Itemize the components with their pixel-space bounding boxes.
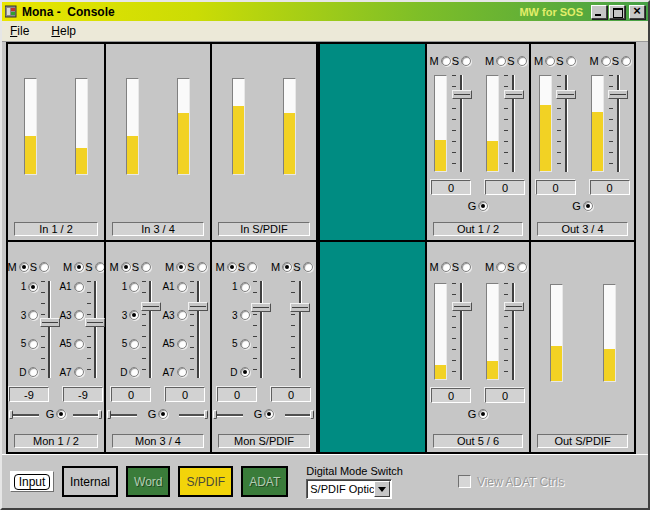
clock-button-internal[interactable]: Internal [62, 466, 118, 497]
clock-button-adat[interactable]: ADAT [241, 466, 288, 497]
mute-radio[interactable] [496, 56, 506, 66]
source-radio[interactable] [240, 310, 250, 320]
source-radio[interactable] [28, 282, 38, 292]
source-radio[interactable] [240, 282, 250, 292]
fader-thumb[interactable] [40, 318, 60, 327]
volume-fader[interactable] [460, 75, 463, 172]
source-radio[interactable] [74, 367, 84, 377]
clock-button-word[interactable]: Word [126, 466, 170, 497]
gang-radio[interactable] [264, 409, 274, 419]
mute-radio[interactable] [282, 262, 292, 272]
volume-fader[interactable] [260, 281, 263, 378]
source-radio[interactable] [74, 339, 84, 349]
solo-radio[interactable] [461, 56, 471, 66]
maximize-button[interactable] [609, 5, 625, 19]
source-radio[interactable] [240, 339, 250, 349]
source-radio[interactable] [129, 310, 139, 320]
mute-radio[interactable] [19, 262, 29, 272]
source-radio[interactable] [177, 310, 187, 320]
mute-radio[interactable] [74, 262, 84, 272]
solo-radio[interactable] [621, 56, 631, 66]
gang-radio[interactable] [158, 409, 168, 419]
solo-radio[interactable] [566, 56, 576, 66]
minimize-button[interactable] [591, 5, 607, 19]
mute-radio[interactable] [176, 262, 186, 272]
fader-thumb[interactable] [556, 90, 576, 99]
solo-radio[interactable] [303, 262, 313, 272]
gang-radio[interactable] [56, 409, 66, 419]
fader-thumb[interactable] [504, 90, 524, 99]
fader-thumb[interactable] [188, 302, 208, 311]
source-radio[interactable] [74, 310, 84, 320]
source-radio[interactable] [28, 310, 38, 320]
close-button[interactable] [629, 5, 645, 19]
fader-thumb[interactable] [141, 302, 161, 311]
solo-radio[interactable] [517, 262, 527, 272]
source-radio[interactable] [240, 367, 250, 377]
digital-mode-dropdown[interactable]: S/PDIF Optical [306, 479, 392, 499]
source-radio[interactable] [129, 282, 139, 292]
fader-thumb[interactable] [290, 303, 310, 312]
fader-thumb[interactable] [85, 318, 105, 327]
fader-thumb[interactable] [251, 303, 271, 312]
volume-fader[interactable] [48, 281, 51, 378]
source-radio[interactable] [177, 282, 187, 292]
volume-fader[interactable] [512, 75, 515, 172]
pan-slider[interactable] [285, 410, 313, 419]
fader-thumb[interactable] [608, 90, 628, 99]
solo-radio[interactable] [461, 262, 471, 272]
volume-fader[interactable] [512, 283, 515, 380]
solo-radio[interactable] [39, 262, 49, 272]
mute-radio[interactable] [441, 56, 451, 66]
gang-radio[interactable] [583, 201, 593, 211]
pan-slider[interactable] [11, 410, 39, 419]
volume-fader[interactable] [149, 281, 152, 378]
clock-button-spdif[interactable]: S/PDIF [178, 466, 233, 497]
source-radio[interactable] [28, 367, 38, 377]
pan-thumb[interactable] [9, 410, 13, 419]
fader-thumb[interactable] [452, 302, 472, 311]
volume-fader[interactable] [617, 75, 620, 172]
gang-radio[interactable] [478, 201, 488, 211]
mute-radio[interactable] [545, 56, 555, 66]
source-radio[interactable] [177, 339, 187, 349]
pan-thumb[interactable] [310, 410, 314, 419]
pan-slider[interactable] [109, 410, 137, 419]
source-radio[interactable] [129, 367, 139, 377]
pan-slider[interactable] [215, 410, 243, 419]
mute-radio[interactable] [121, 262, 131, 272]
pan-slider[interactable] [73, 410, 101, 419]
volume-fader[interactable] [460, 283, 463, 380]
mute-radio[interactable] [496, 262, 506, 272]
source-radio[interactable] [129, 339, 139, 349]
mute-radio[interactable] [227, 262, 237, 272]
pan-slider[interactable] [179, 410, 207, 419]
solo-radio[interactable] [141, 262, 151, 272]
pan-thumb[interactable] [107, 410, 111, 419]
mute-radio[interactable] [441, 262, 451, 272]
pan-thumb[interactable] [204, 410, 208, 419]
view-adat-checkbox[interactable] [458, 475, 471, 488]
source-radio[interactable] [177, 367, 187, 377]
solo-radio[interactable] [197, 262, 207, 272]
solo-radio[interactable] [247, 262, 257, 272]
fader-thumb[interactable] [504, 302, 524, 311]
digital-mode-value: S/PDIF Optical [307, 483, 374, 495]
source-radio[interactable] [74, 282, 84, 292]
menu-file[interactable]: File [10, 24, 29, 38]
source-radio[interactable] [28, 339, 38, 349]
pan-thumb[interactable] [213, 410, 217, 419]
fader-thumb[interactable] [452, 90, 472, 99]
solo-radio[interactable] [517, 56, 527, 66]
volume-fader[interactable] [197, 281, 200, 378]
chevron-down-icon[interactable] [374, 481, 390, 497]
volume-fader[interactable] [94, 281, 97, 378]
volume-fader[interactable] [565, 75, 568, 172]
menu-help[interactable]: Help [51, 24, 76, 38]
volume-fader[interactable] [299, 281, 302, 378]
mute-radio[interactable] [601, 56, 611, 66]
pan-thumb[interactable] [98, 410, 102, 419]
clock-button-input[interactable]: Input [10, 471, 54, 492]
gang-label: G [468, 200, 477, 212]
gang-radio[interactable] [478, 409, 488, 419]
